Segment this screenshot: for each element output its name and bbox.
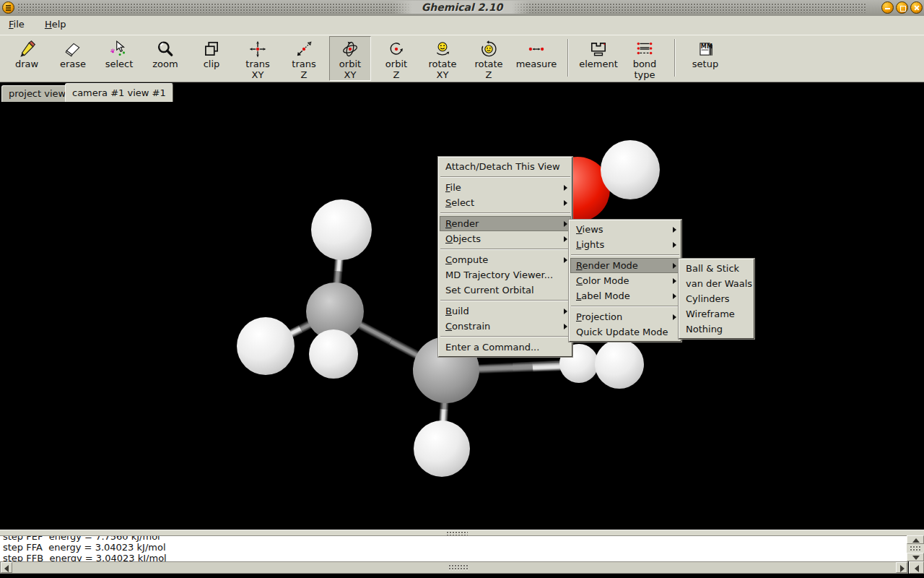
menu-item-label: Set Current Orbital — [445, 285, 534, 296]
menu-item-render[interactable]: Render — [440, 216, 571, 231]
view-context: Attach/Detach This ViewFileSelectRenderO… — [438, 157, 572, 357]
toolbar-button-clip[interactable]: clip — [191, 36, 232, 81]
toolbar-button-trans-xy[interactable]: trans XY — [237, 36, 279, 81]
menu-item-md-trajectory-viewer[interactable]: MD Trajectory Viewer... — [440, 267, 571, 282]
submenu-arrow-icon — [564, 309, 567, 314]
scroll-right-icon[interactable] — [896, 562, 907, 573]
horizontal-scroll-grip[interactable] — [448, 564, 468, 571]
menu-item-label: Select — [445, 195, 474, 210]
scroll-left-icon[interactable] — [1, 562, 12, 573]
menu-item-cylinders[interactable]: Cylinders — [680, 291, 753, 306]
toolbar-label2: type — [634, 69, 655, 80]
log-horizontal-scrollbar[interactable] — [0, 561, 908, 574]
toolbar-button-bond-type[interactable]: bond type — [624, 36, 666, 81]
menu-item-van-der-waals[interactable]: van der Waals — [680, 276, 753, 291]
menu-item-enter-a-command[interactable]: Enter a Command... — [440, 340, 571, 355]
submenu-arrow-icon — [564, 200, 567, 206]
log-vertical-scrollbar[interactable] — [907, 535, 924, 561]
toolbar-button-rotate-xy[interactable]: rotate XY — [422, 36, 463, 81]
submenu-arrow-icon — [564, 185, 567, 191]
toolbar-button-select[interactable]: select — [98, 36, 140, 81]
window-menu-icon[interactable] — [2, 1, 14, 14]
render-mode-submenu: Ball & Stickvan der WaalsCylindersWirefr… — [679, 259, 754, 339]
toolbar-button-orbit-xy[interactable]: orbit XY — [329, 36, 371, 81]
toolbar-button-rotate-z[interactable]: rotate Z — [468, 36, 510, 81]
menu-item-set-current-orbital[interactable]: Set Current Orbital — [440, 282, 571, 298]
atom-H[interactable] — [237, 317, 295, 375]
toolbar-label2: Z — [393, 69, 400, 80]
menu-item-label: Color Mode — [576, 273, 629, 288]
atom-H[interactable] — [309, 329, 358, 379]
close-icon[interactable] — [910, 1, 923, 14]
toolbar-label: clip — [204, 59, 220, 69]
menu-separator — [440, 336, 570, 337]
menu-item-quick-update-mode[interactable]: Quick Update Mode — [570, 324, 680, 340]
pencil-icon — [17, 40, 36, 59]
toolbar-label2: XY — [252, 69, 264, 80]
pane-collapse-button[interactable] — [909, 561, 924, 574]
menu-item-lights[interactable]: Lights — [570, 237, 680, 252]
log-line: step FFB energy = 3.04023 kJ/mol — [3, 553, 167, 561]
translate-xy-icon — [248, 40, 267, 59]
toolbar-button-erase[interactable]: erase — [52, 36, 94, 81]
menu-item-file[interactable]: File — [440, 180, 571, 195]
title-bar[interactable]: Ghemical 2.10 — [0, 0, 924, 17]
scroll-down-icon[interactable] — [907, 553, 924, 561]
vertical-scroll-grip[interactable] — [907, 544, 924, 553]
atom-H[interactable] — [601, 140, 660, 199]
menu-item-label-mode[interactable]: Label Mode — [570, 288, 680, 303]
toolbar-label: element — [579, 59, 618, 69]
toolbar-button-setup[interactable]: MM setup — [684, 36, 726, 81]
menu-item-label: Nothing — [686, 324, 723, 335]
toolbar-label: measure — [516, 59, 557, 69]
menu-item-select[interactable]: Select — [440, 195, 571, 210]
atom-H[interactable] — [414, 420, 470, 477]
menu-item-build[interactable]: Build — [440, 303, 571, 319]
tab-project-view[interactable]: project view — [1, 85, 73, 102]
toolbar-label: orbit — [385, 59, 407, 69]
toolbar-button-element[interactable]: element — [578, 36, 619, 81]
menu-item-label: Quick Update Mode — [576, 327, 668, 337]
bond-type-icon — [635, 40, 654, 59]
toolbar-button-measure[interactable]: measure — [514, 36, 559, 81]
menu-item-label: Render — [445, 216, 479, 231]
menu-help-label: Help — [45, 19, 66, 30]
menu-item-render-mode[interactable]: Render Mode — [570, 258, 680, 273]
menu-item-compute[interactable]: Compute — [440, 252, 571, 267]
measure-icon — [527, 40, 546, 59]
toolbar-button-draw[interactable]: draw — [6, 36, 48, 81]
eraser-icon — [64, 40, 82, 59]
atom-H[interactable] — [311, 199, 372, 260]
orbit-xy-icon — [341, 40, 359, 59]
toolbar-button-trans-z[interactable]: trans Z — [283, 36, 325, 81]
menu-item-objects[interactable]: Objects — [440, 231, 571, 246]
tab-camera-view[interactable]: camera #1 view #1 — [65, 83, 173, 102]
menu-help[interactable]: Help — [36, 16, 75, 35]
minimize-icon[interactable] — [881, 1, 894, 14]
toolbar-button-orbit-z[interactable]: orbit Z — [375, 36, 417, 81]
menu-item-views[interactable]: Views — [570, 222, 680, 237]
menu-item-label: Enter a Command... — [445, 342, 539, 353]
maximize-icon[interactable] — [896, 1, 908, 14]
menu-item-nothing[interactable]: Nothing — [680, 322, 753, 337]
menu-item-label: Compute — [445, 252, 488, 267]
log-output: step FEF energy = 7.7560 kJ/mol step FFA… — [0, 535, 907, 561]
toolbar-button-zoom[interactable]: zoom — [144, 36, 186, 81]
menu-item-color-mode[interactable]: Color Mode — [570, 273, 680, 288]
toolbar-label: trans — [245, 59, 269, 69]
menu-file[interactable]: File — [0, 16, 33, 35]
pane-splitter[interactable] — [0, 530, 924, 535]
svg-text:MM: MM — [701, 43, 712, 50]
submenu-arrow-icon — [564, 257, 567, 263]
atom-H[interactable] — [595, 340, 644, 389]
render-submenu: ViewsLightsRender ModeColor ModeLabel Mo… — [569, 220, 681, 342]
notebook-tab-row: project view camera #1 view #1 — [0, 82, 924, 102]
menu-item-ball-stick[interactable]: Ball & Stick — [680, 261, 753, 276]
rotate-z-icon — [479, 40, 498, 59]
menu-item-wireframe[interactable]: Wireframe — [680, 306, 753, 322]
scroll-up-icon[interactable] — [907, 535, 924, 544]
menu-item-constrain[interactable]: Constrain — [440, 319, 571, 334]
toolbar-label2: Z — [486, 69, 492, 80]
menu-item-projection[interactable]: Projection — [570, 309, 680, 324]
menu-item-attach-detach-this-view[interactable]: Attach/Detach This View — [440, 159, 571, 174]
